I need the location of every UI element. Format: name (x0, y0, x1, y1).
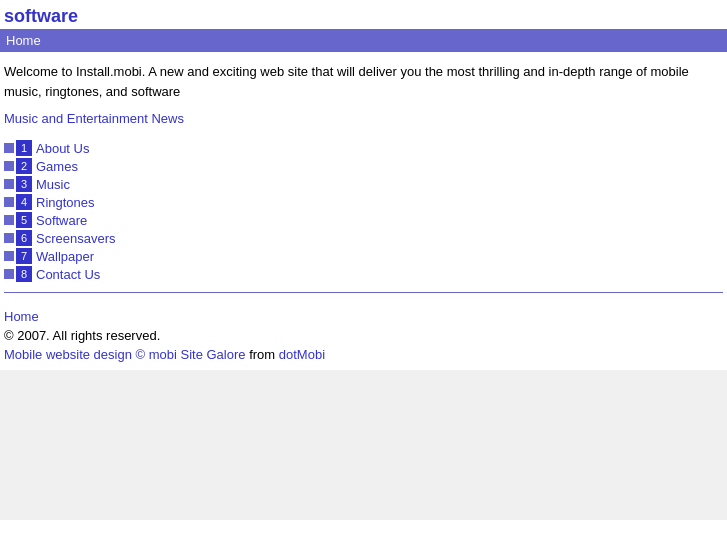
footer-gray-area (0, 370, 727, 520)
footer: Home © 2007. All rights reserved. Mobile… (0, 305, 727, 370)
list-item: 8Contact Us (4, 266, 723, 282)
menu-item-number: 2 (16, 158, 32, 174)
menu-item-number: 1 (16, 140, 32, 156)
nav-home-label: Home (6, 33, 41, 48)
menu-bullet-icon (4, 251, 14, 261)
list-item: 5Software (4, 212, 723, 228)
site-title: software (0, 0, 727, 29)
main-content: Welcome to Install.mobi. A new and excit… (0, 52, 727, 305)
menu-item-number: 6 (16, 230, 32, 246)
menu-bullet-icon (4, 269, 14, 279)
menu-item-link[interactable]: Games (36, 159, 78, 174)
menu-list: 1About Us2Games3Music4Ringtones5Software… (4, 140, 723, 282)
list-item: 4Ringtones (4, 194, 723, 210)
menu-item-link[interactable]: Contact Us (36, 267, 100, 282)
nav-bar: Home (0, 29, 727, 52)
list-item: 7Wallpaper (4, 248, 723, 264)
menu-divider (4, 292, 723, 293)
menu-item-link[interactable]: Ringtones (36, 195, 95, 210)
menu-bullet-icon (4, 143, 14, 153)
menu-item-number: 5 (16, 212, 32, 228)
list-item: 2Games (4, 158, 723, 174)
welcome-text: Welcome to Install.mobi. A new and excit… (4, 62, 723, 101)
menu-item-link[interactable]: Screensavers (36, 231, 115, 246)
menu-bullet-icon (4, 215, 14, 225)
menu-bullet-icon (4, 233, 14, 243)
list-item: 3Music (4, 176, 723, 192)
menu-item-link[interactable]: About Us (36, 141, 89, 156)
list-item: 1About Us (4, 140, 723, 156)
footer-from: from (246, 347, 279, 362)
dotmobi-link[interactable]: dotMobi (279, 347, 325, 362)
news-link[interactable]: Music and Entertainment News (4, 111, 184, 126)
menu-item-link[interactable]: Wallpaper (36, 249, 94, 264)
list-item: 6Screensavers (4, 230, 723, 246)
menu-item-number: 8 (16, 266, 32, 282)
footer-home-link[interactable]: Home (4, 309, 723, 324)
menu-item-link[interactable]: Software (36, 213, 87, 228)
menu-item-number: 7 (16, 248, 32, 264)
copyright-text: © 2007. All rights reserved. (4, 328, 723, 343)
menu-item-number: 4 (16, 194, 32, 210)
mobi-site-galore-link[interactable]: Mobile website design © mobi Site Galore (4, 347, 246, 362)
menu-item-link[interactable]: Music (36, 177, 70, 192)
menu-item-number: 3 (16, 176, 32, 192)
menu-bullet-icon (4, 179, 14, 189)
menu-bullet-icon (4, 197, 14, 207)
footer-design: Mobile website design © mobi Site Galore… (4, 347, 723, 362)
menu-bullet-icon (4, 161, 14, 171)
